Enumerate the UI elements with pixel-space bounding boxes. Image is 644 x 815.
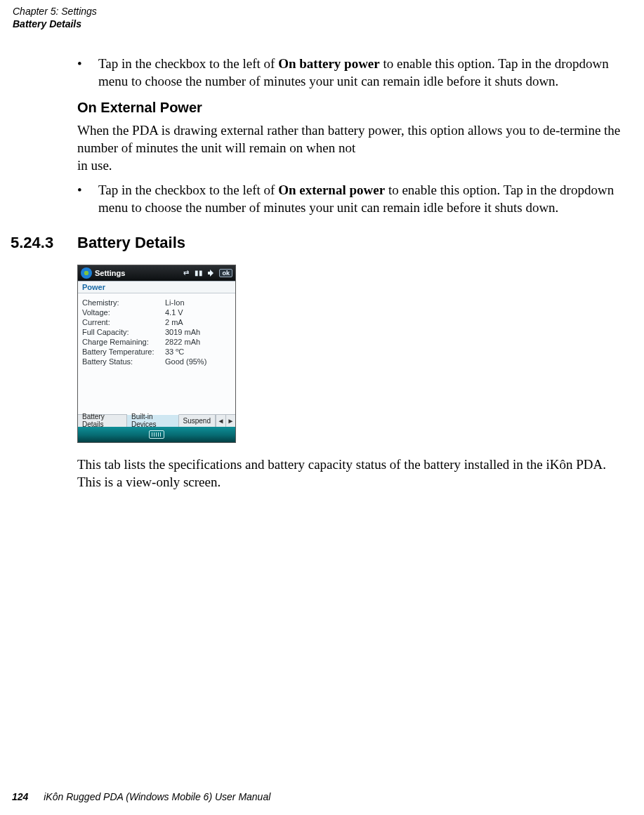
tab-scroll-left[interactable]: ◄ — [216, 415, 225, 427]
soft-key-bar — [78, 427, 235, 442]
running-header-chapter: Chapter 5: Settings — [13, 6, 97, 18]
row-label: Current: — [82, 317, 165, 327]
table-row: Chemistry: Li-Ion — [82, 298, 231, 307]
page-number: 124 — [12, 791, 28, 802]
battery-table: Chemistry: Li-Ion Voltage: 4.1 V Current… — [82, 298, 231, 366]
tab-scroll-nav: ◄ ► — [216, 415, 235, 427]
tab-built-in-devices[interactable]: Built-in Devices — [127, 414, 178, 427]
row-value: Good (95%) — [165, 357, 231, 366]
bullet2-pre: Tap in the checkbox to the left of — [98, 183, 278, 197]
bullet-marker: • — [77, 55, 98, 90]
bullet-on-battery: • Tap in the checkbox to the left of On … — [77, 55, 632, 90]
bullet-marker: • — [77, 181, 98, 216]
page-footer: 124 iKôn Rugged PDA (Windows Mobile 6) U… — [12, 791, 270, 802]
row-label: Charge Remaining: — [82, 337, 165, 347]
table-row: Full Capacity: 3019 mAh — [82, 327, 231, 337]
tab-scroll-right[interactable]: ► — [225, 415, 235, 427]
sip-keyboard-icon[interactable] — [149, 430, 164, 439]
bullet-body: Tap in the checkbox to the left of On ex… — [98, 181, 632, 216]
row-value: 3019 mAh — [165, 327, 231, 337]
table-row: Battery Temperature: 33 ºC — [82, 347, 231, 357]
row-label: Full Capacity: — [82, 327, 165, 337]
bullet1-bold: On battery power — [278, 56, 380, 71]
book-title: iKôn Rugged PDA (Windows Mobile 6) User … — [44, 791, 270, 802]
ok-button[interactable]: ok — [219, 269, 232, 277]
running-header: Chapter 5: Settings Battery Details — [13, 6, 97, 30]
table-row: Battery Status: Good (95%) — [82, 357, 231, 366]
row-value: 4.1 V — [165, 307, 231, 317]
panel-body: Chemistry: Li-Ion Voltage: 4.1 V Current… — [78, 293, 235, 414]
bullet2-bold: On external power — [278, 183, 385, 197]
bullet-on-external: • Tap in the checkbox to the left of On … — [77, 181, 632, 216]
bullet1-pre: Tap in the checkbox to the left of — [98, 56, 278, 71]
device-frame: Settings ⇄ ▮▮ ok Power Chemistry: Li-Ion — [77, 265, 236, 443]
signal-icon[interactable]: ▮▮ — [194, 268, 204, 278]
row-label: Battery Status: — [82, 357, 165, 366]
table-row: Current: 2 mA — [82, 317, 231, 327]
section-number: 5.24.3 — [11, 234, 77, 252]
bullet-body: Tap in the checkbox to the left of On ba… — [98, 55, 632, 90]
paragraph-external-power: When the PDA is drawing external rather … — [77, 121, 632, 174]
screenshot-battery-details: Settings ⇄ ▮▮ ok Power Chemistry: Li-Ion — [77, 265, 632, 443]
page-content: • Tap in the checkbox to the left of On … — [77, 55, 632, 491]
row-value: 33 ºC — [165, 347, 231, 357]
paragraph-after-screenshot: This tab lists the specifications and ba… — [77, 456, 632, 491]
table-row: Voltage: 4.1 V — [82, 307, 231, 317]
row-value: Li-Ion — [165, 298, 231, 307]
tab-battery-details[interactable]: Battery Details — [78, 415, 127, 427]
window-titlebar: Settings ⇄ ▮▮ ok — [78, 265, 235, 281]
row-label: Voltage: — [82, 307, 165, 317]
table-row: Charge Remaining: 2822 mAh — [82, 337, 231, 347]
section-title: Battery Details — [77, 234, 185, 252]
window-title: Settings — [95, 269, 178, 277]
row-value: 2822 mAh — [165, 337, 231, 347]
tab-strip: Battery Details Built-in Devices Suspend… — [78, 414, 235, 427]
panel-title: Power — [78, 281, 235, 293]
row-label: Chemistry: — [82, 298, 165, 307]
row-value: 2 mA — [165, 317, 231, 327]
volume-icon[interactable] — [206, 268, 216, 278]
heading-on-external-power: On External Power — [77, 100, 632, 116]
section-heading: 5.24.3 Battery Details — [11, 234, 632, 252]
connectivity-icon[interactable]: ⇄ — [181, 268, 191, 278]
start-icon[interactable] — [81, 267, 92, 279]
tab-suspend[interactable]: Suspend — [179, 415, 216, 427]
running-header-section: Battery Details — [13, 18, 97, 31]
row-label: Battery Temperature: — [82, 347, 165, 357]
